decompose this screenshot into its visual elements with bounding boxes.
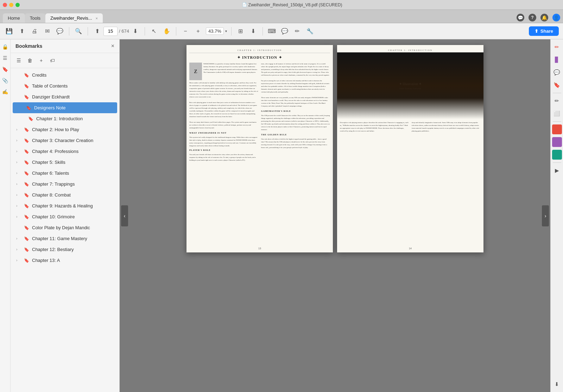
sidebar-close-button[interactable]: × [111,43,114,49]
bookmark-credits[interactable]: 🔖 Credits [11,70,119,81]
eraser-tool-button[interactable]: ⬜ [552,109,562,118]
bookmark-ch4[interactable]: › 🔖 Chapter 4: Professions [11,146,119,157]
next-page-arrow[interactable]: › [542,205,549,226]
sidebar-tag-button[interactable]: 🏷 [48,56,57,65]
bell-icon[interactable]: 🔔 [540,14,548,21]
maximize-button[interactable] [15,3,20,7]
tools-button[interactable]: 🔧 [305,26,315,36]
right-page-left-col: Descriptive role-playing means a player … [340,121,409,250]
help-icon[interactable]: ? [529,14,536,21]
bookmark-danziger[interactable]: 🔖 Danziger Eckhardt [11,91,119,102]
next-page-button[interactable]: ⬇ [131,26,140,36]
share-button[interactable]: ⬆ Share [529,26,559,36]
bookmark-icon: 🔖 [28,116,33,121]
sidebar-add-button[interactable]: + [37,56,46,65]
layers-icon[interactable]: ☰ [1,54,9,62]
upload-button[interactable]: ⬆ [17,26,27,36]
right-column: men, who engage in all manner of violenc… [261,63,330,250]
bookmark-ch7[interactable]: › 🔖 Chapter 7: Trappings [11,179,119,189]
teal-color-button[interactable] [552,150,562,160]
bookmark-ch3[interactable]: › 🔖 Chapter 3: Character Creation [11,135,119,146]
bookmark-ch2[interactable]: › 🔖 Chapter 2: How to Play [11,124,119,135]
tab-close-button[interactable]: × [96,16,98,20]
search-button[interactable]: 🔍 [74,26,83,36]
user-avatar[interactable]: 👤 [552,14,560,21]
section-what-header: WHAT ZWEIHANDER IS NOT [189,131,258,135]
bookmarks-sidebar: Bookmarks × ☰ 🗑 + 🏷 🔖 Credits 🔖 Table of… [11,39,120,392]
bookmark-toc[interactable]: 🔖 Table of Contents [11,81,119,91]
bookmark-ch11[interactable]: › 🔖 Chapter 11: Game Mastery [11,233,119,244]
bookmark-label: Chapter 12: Bestiary [32,247,74,252]
bookmark-icon: 🔖 [24,84,29,89]
bookmark-icon: 🔖 [24,214,29,219]
close-button[interactable] [3,3,7,7]
zoom-dropdown-icon[interactable]: ▾ [225,29,227,33]
paperclip-icon[interactable]: 📎 [1,77,9,84]
bookmark-label: Chapter 6: Talents [32,171,69,176]
sidebar-delete-button[interactable]: 🗑 [25,56,34,65]
layout-button[interactable]: ⬇ [248,26,258,36]
bookmark-ch5[interactable]: › 🔖 Chapter 5: Skills [11,157,119,168]
player-role-text: You and your friends will share an inter… [189,153,258,162]
expand-icon: › [16,215,21,219]
red-color-button[interactable] [552,124,562,134]
prev-page-button[interactable]: ⬆ [92,26,102,36]
bookmark-designers-note[interactable]: 🔖 Designers Note [13,102,117,113]
sidebar-list-view-button[interactable]: ☰ [14,56,23,65]
email-button[interactable]: ✉ [42,26,52,36]
cursor-tool-button[interactable]: ↖ [149,26,159,36]
annotate-tool-button[interactable]: ✏ [552,42,562,52]
panel-collapse-button[interactable]: ▶ [552,166,562,175]
bookmark-ch12[interactable]: › 🔖 Chapter 12: Bestiary [11,244,119,255]
zoom-in-button[interactable]: + [193,26,203,36]
toolbar-sep-1 [69,27,69,36]
bottom-panel-button[interactable]: ⬇ [552,379,562,389]
lock-icon[interactable]: 🔒 [1,43,9,51]
bookmark-color-plate[interactable]: 🔖 Color Plate by Dejan Mandic [11,222,119,233]
bookmark-ch6[interactable]: › 🔖 Chapter 6: Talents [11,168,119,179]
bookmark-icon: 🔖 [24,138,29,143]
bookmark-ch9[interactable]: › 🔖 Chapter 9: Hazards & Healing [11,200,119,211]
pdf-page-right: CHAPTER 1: INTRODUCTION ✦ Illustration ✦… [337,45,483,252]
tab-tools[interactable]: Tools [25,13,45,23]
tab-home[interactable]: Home [3,13,25,23]
pdf-icon: 📄 [242,2,247,7]
zoom-value[interactable]: 43.7% [206,27,224,35]
bookmark-ch10[interactable]: › 🔖 Chapter 10: Grimoire [11,211,119,222]
bookmark-icon: 🔖 [24,182,29,187]
signature-icon[interactable]: ✍ [1,88,9,96]
highlight-tool-button[interactable]: ▊ [552,55,562,65]
bookmark-ch1[interactable]: 🔖 Chapter 1: Introduction [11,113,119,124]
stamp-tool-button[interactable]: 🔖 [552,80,562,90]
share-label: Share [540,28,553,34]
pdf-viewer[interactable]: ‹ CHAPTER 1: INTRODUCTION ✦ INTRODUCTION… [120,39,550,392]
bookmark-panel-icon[interactable]: 🔖 [1,65,9,73]
tab-bar: Home Tools Zweihander_Revis... × 💬 ? 🔔 👤 [0,10,563,23]
pen-button[interactable]: ✏ [292,26,302,36]
purple-color-button[interactable] [552,137,562,147]
minimize-button[interactable] [9,3,13,7]
print-button[interactable]: 🖨 [30,26,39,36]
page-number-input[interactable] [103,27,118,36]
zoom-out-button[interactable]: − [181,26,190,36]
tab-document[interactable]: Zweihander_Revis... × [45,13,103,23]
save-button[interactable]: 💾 [4,26,14,36]
fit-button[interactable]: ⊞ [236,26,246,36]
what-not-text: This system isn't really designed for th… [189,136,258,147]
expand-icon: › [16,182,21,186]
chat-icon[interactable]: 💬 [517,14,524,21]
bookmark-ch13[interactable]: › 🔖 Chapter 13: A [11,255,119,266]
prev-page-arrow[interactable]: ‹ [121,205,128,226]
draw-tool-button[interactable]: ✏ [552,96,562,106]
message-button[interactable]: 💬 [55,26,65,36]
bookmark-label: Chapter 7: Trappings [32,181,75,187]
comment-button[interactable]: 💬 [280,26,290,36]
keyboard-button[interactable]: ⌨ [267,26,277,36]
bookmark-ch8[interactable]: › 🔖 Chapter 8: Combat [11,189,119,200]
expand-icon: › [16,193,21,197]
bookmark-icon: 🔖 [26,105,31,110]
tab-tools-label: Tools [30,15,40,21]
bookmarks-list: 🔖 Credits 🔖 Table of Contents 🔖 Danziger… [11,68,119,392]
hand-tool-button[interactable]: ✋ [162,26,172,36]
comment-tool-button[interactable]: 💬 [552,68,562,77]
